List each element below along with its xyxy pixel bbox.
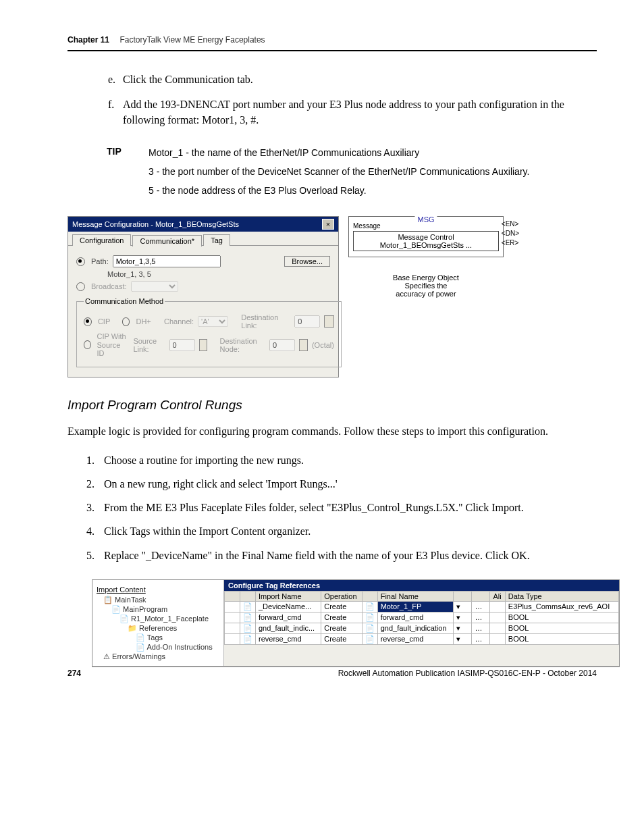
msg-desc: Base Energy Object (348, 273, 504, 282)
tree-item[interactable]: 📋 MainTask (103, 596, 221, 604)
step-text: Click Tags within the Import Content org… (104, 522, 311, 540)
tag-references-table: Import Name Operation Final Name Ali Dat… (224, 591, 619, 645)
step-marker: e. (108, 72, 123, 87)
table-row[interactable]: 📄reverse_cmdCreate📄reverse_cmd▾…BOOL (225, 633, 619, 644)
pin-en: EN (506, 220, 515, 228)
col-operation: Operation (321, 591, 362, 601)
tip-block: TIP Motor_1 - the name of the EtherNet/I… (107, 146, 597, 203)
step-text: On a new rung, right click and select 'I… (104, 475, 338, 493)
msg-desc: Specifies the (348, 282, 504, 290)
path-label: Path: (91, 257, 109, 265)
msg-tag-box: Message Control Motor_1_BEOmsgGetSts ... (353, 231, 499, 251)
tab-communication[interactable]: Communication* (132, 235, 202, 246)
dest-link-input (294, 315, 320, 328)
col-final-name: Final Name (377, 591, 454, 601)
tree-item[interactable]: ⚠ Errors/Warnings (103, 652, 221, 661)
tree-header: Import Content (95, 584, 221, 595)
cip-src-radio[interactable] (84, 340, 91, 349)
figure-message-config: Message Configuration - Motor_1_BEOmsgGe… (68, 216, 597, 377)
msg-title: MSG (414, 215, 437, 224)
octal-label: (Octal) (312, 341, 334, 349)
close-icon[interactable]: × (322, 219, 334, 230)
spinner-icon (199, 339, 208, 351)
cip-radio[interactable] (84, 317, 92, 326)
cip-label: CIP (98, 317, 110, 325)
dest-link-label: Destination Link: (241, 313, 290, 330)
msg-desc: accuracy of power (348, 290, 504, 298)
lettered-steps: e. Click the Communication tab. f. Add t… (108, 72, 597, 128)
step-text: Replace "_DeviceName" in the Final Name … (104, 546, 530, 565)
numbered-steps: Choose a routine for importing the new r… (86, 451, 597, 565)
step-text: From the ME E3 Plus Faceplate Files fold… (104, 498, 524, 517)
page-number: 274 (68, 669, 81, 678)
grid-title: Configure Tag References (224, 580, 619, 591)
step-text: Choose a routine for importing the new r… (104, 451, 304, 469)
col-data-type: Data Type (505, 591, 618, 601)
tip-line: Motor_1 - the name of the EtherNet/IP Co… (149, 146, 529, 159)
step-text: Add the 193-DNENCAT port number and your… (123, 97, 597, 128)
running-header: Chapter 11 FactoryTalk View ME Energy Fa… (68, 35, 597, 45)
channel-select: 'A' (198, 316, 228, 327)
dest-node-label: Destination Node: (220, 337, 266, 353)
browse-button[interactable]: Browse... (284, 256, 330, 267)
tree-item[interactable]: 📁 References (128, 624, 221, 633)
dest-node-input (269, 339, 295, 351)
page-footer: 274 Rockwell Automation Publication IASI… (68, 669, 597, 678)
msg-instruction-panel: MSG Message Message Control Motor_1_BEOm… (348, 216, 504, 298)
header-rule (68, 50, 597, 51)
pin-er: ER (506, 239, 515, 246)
tip-line: 5 - the node address of the E3 Plus Over… (149, 184, 529, 197)
cip-src-label: CIP With Source ID (97, 332, 130, 357)
broadcast-select (131, 281, 178, 292)
message-config-dialog: Message Configuration - Motor_1_BEOmsgGe… (68, 216, 339, 377)
col-import-name: Import Name (256, 591, 321, 601)
spinner-icon (299, 339, 308, 351)
section-heading: Import Program Control Rungs (68, 398, 597, 413)
tab-configuration[interactable]: Configuration (72, 234, 131, 246)
table-row[interactable]: 📄forward_cmdCreate📄forward_cmd▾…BOOL (225, 612, 619, 623)
tree-item[interactable]: 📄 Add-On Instructions (136, 643, 221, 652)
path-echo: Motor_1, 3, 5 (107, 270, 151, 278)
spinner-icon (324, 315, 334, 328)
dialog-title: Message Configuration - Motor_1_BEOmsgGe… (72, 220, 239, 228)
publication-id: Rockwell Automation Publication IASIMP-Q… (338, 669, 597, 678)
src-link-input (169, 339, 195, 351)
channel-label: Channel: (164, 317, 194, 325)
comm-method-legend: Communication Method (84, 297, 165, 305)
path-input[interactable] (113, 255, 221, 267)
step-marker: f. (108, 97, 123, 128)
tip-line: 3 - the port number of the DeviceNet Sca… (149, 165, 529, 178)
section-intro: Example logic is provided for configurin… (68, 423, 597, 439)
tree-item[interactable]: 📄 Tags (136, 633, 221, 642)
tree-item[interactable]: 📄 R1_Motor_1_Faceplate (119, 615, 221, 623)
col-alias: Ali (490, 591, 505, 601)
pin-dn: DN (506, 230, 515, 237)
tree-item[interactable]: 📄 MainProgram (111, 605, 221, 614)
chapter-title: FactoryTalk View ME Energy Faceplates (119, 35, 265, 45)
chapter-number: Chapter 11 (68, 35, 109, 45)
tab-tag[interactable]: Tag (203, 234, 230, 246)
import-tree: Import Content 📋 MainTask 📄 MainProgram … (92, 580, 224, 666)
path-radio[interactable] (76, 257, 85, 266)
broadcast-label: Broadcast: (91, 282, 127, 290)
dhplus-label: DH+ (136, 317, 151, 325)
step-text: Click the Communication tab. (123, 72, 253, 87)
broadcast-radio[interactable] (76, 282, 85, 291)
src-link-label: Source Link: (133, 337, 165, 353)
figure-import-content: Import Content 📋 MainTask 📄 MainProgram … (92, 579, 620, 667)
table-row[interactable]: 📄_DeviceName...Create📄Motor_1_FP▾…E3Plus… (225, 601, 619, 612)
dhplus-radio[interactable] (122, 317, 130, 326)
table-row[interactable]: 📄gnd_fault_indic...Create📄gnd_fault_indi… (225, 623, 619, 633)
tip-label: TIP (107, 146, 149, 203)
